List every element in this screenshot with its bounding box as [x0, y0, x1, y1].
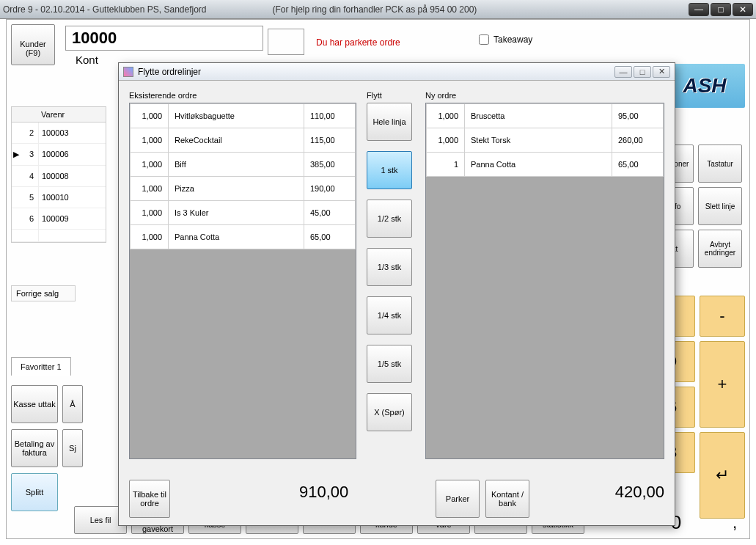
main-window: Ordre 9 - 02.10.2014 - Gutteklubben PS, …: [0, 0, 756, 545]
ny-ordre-label: Ny ordre: [425, 91, 456, 100]
dialog-titlebar[interactable]: Flytte ordrelinjer — □ ✕: [119, 63, 675, 81]
table-row: 1,000Hvitløksbaguette110,00: [131, 104, 356, 128]
kunder-button[interactable]: Kunder (F9): [11, 24, 55, 65]
takeaway-checkbox[interactable]: Takeaway: [479, 34, 532, 45]
apne-button[interactable]: Å: [62, 385, 83, 423]
tilbake-button[interactable]: Tilbake til ordre: [129, 480, 170, 518]
small-box[interactable]: [268, 29, 304, 55]
half-stk-button[interactable]: 1/2 stk: [367, 200, 412, 238]
1-stk-button[interactable]: 1 stk: [367, 151, 412, 189]
table-row: 1Panna Cotta65,00: [427, 153, 664, 177]
col-varenr: Varenr: [38, 107, 106, 122]
table-row: 1,000Pizza190,00: [131, 177, 356, 201]
flytt-label: Flytt: [367, 91, 382, 100]
client-area: Kunder (F9) Kont Du har parkerte ordre T…: [6, 19, 750, 539]
left-buttons-2: Betaling av faktura Sj: [11, 429, 114, 467]
dialog-minimize-button[interactable]: —: [614, 66, 632, 78]
ny-ordre-sum: 420,00: [615, 483, 664, 502]
fifth-stk-button[interactable]: 1/5 stk: [367, 345, 412, 383]
dialog-footer: Tilbake til ordre 910,00 Parker Kontant …: [129, 475, 664, 518]
table-row: 1,000Stekt Torsk260,00: [427, 128, 664, 153]
dialog-title: Flytte ordrelinjer: [138, 67, 201, 77]
flytt-button-column: Hele linja 1 stk 1/2 stk 1/3 stk 1/4 stk…: [367, 103, 414, 431]
tastatur-button[interactable]: Tastatur: [698, 145, 742, 183]
amount-input[interactable]: [65, 26, 263, 51]
table-row: 6100009: [12, 208, 106, 230]
hele-linja-button[interactable]: Hele linja: [367, 103, 412, 141]
eksisterende-ordre-table: 1,000Hvitløksbaguette110,00 1,000RekeCoc…: [130, 103, 356, 249]
dialog-maximize-button[interactable]: □: [634, 66, 651, 78]
table-row: 1,000Is 3 Kuler45,00: [131, 201, 356, 225]
left-buttons-1: Kasse uttak Å: [11, 385, 114, 423]
dialog-icon: [123, 67, 133, 77]
table-row: 2100003: [12, 122, 106, 144]
avbryt-endringer-button[interactable]: Avbryt endringer: [698, 230, 742, 268]
table-row: 1,000Biff385,00: [131, 153, 356, 177]
numpad-minus[interactable]: -: [700, 296, 745, 337]
eksisterende-ordre-panel[interactable]: 1,000Hvitløksbaguette110,00 1,000RekeCoc…: [129, 103, 356, 459]
parker-button[interactable]: Parker: [436, 480, 480, 518]
table-row: 4100008: [12, 166, 106, 187]
kont-label: Kont: [76, 54, 98, 66]
fourth-stk-button[interactable]: 1/4 stk: [367, 296, 412, 334]
table-row: 1,000Panna Cotta65,00: [131, 225, 356, 249]
kasse-uttak-button[interactable]: Kasse uttak: [11, 385, 58, 423]
window-title: Ordre 9 - 02.10.2014 - Gutteklubben PS, …: [3, 4, 207, 15]
minimize-button[interactable]: —: [689, 3, 709, 16]
table-row: 5100010: [12, 187, 106, 208]
eksisterende-label: Eksisterende ordre: [129, 91, 197, 100]
dialog-close-button[interactable]: ✕: [653, 66, 670, 78]
ny-ordre-table: 1,000Bruscetta95,00 1,000Stekt Torsk260,…: [426, 103, 664, 177]
numpad-plus[interactable]: +: [700, 341, 745, 428]
window-controls: — □ ✕: [689, 3, 753, 16]
sjekk-button[interactable]: Sj: [62, 429, 83, 467]
maximize-button[interactable]: □: [711, 3, 731, 16]
table-row: 1,000Bruscetta95,00: [427, 104, 664, 128]
takeaway-check[interactable]: [479, 34, 489, 45]
top-bar: Kunder (F9) Kont Du har parkerte ordre T…: [11, 24, 745, 68]
table-row: 1,000RekeCocktail115,00: [131, 128, 356, 153]
eksisterende-sum: 910,00: [299, 483, 348, 502]
main-titlebar[interactable]: Ordre 9 - 02.10.2014 - Gutteklubben PS, …: [0, 0, 756, 19]
grid-header: Varenr: [12, 107, 106, 122]
dialog-body: Eksisterende ordre Flytt Ny ordre 1,000H…: [119, 81, 675, 525]
help-phone: (For hjelp ring din forhandler PCK as på…: [273, 4, 477, 15]
item-grid[interactable]: Varenr 2100003 3100006 4100008 5100010 6…: [11, 106, 106, 243]
splitt-button[interactable]: Splitt: [11, 473, 58, 511]
slett-linje-button[interactable]: Slett linje: [698, 187, 742, 225]
x-spor-button[interactable]: X (Spør): [367, 393, 412, 431]
dialog-window-controls: — □ ✕: [614, 66, 670, 78]
ash-logo: ASH: [664, 64, 745, 108]
parked-orders-msg: Du har parkerte ordre: [316, 37, 400, 48]
table-row: [12, 230, 106, 242]
close-button[interactable]: ✕: [733, 3, 753, 16]
favoritter-tab[interactable]: Favoritter 1: [11, 357, 71, 376]
ny-ordre-panel[interactable]: 1,000Bruscetta95,00 1,000Stekt Torsk260,…: [425, 103, 664, 459]
table-row: 3100006: [12, 144, 106, 166]
numpad-enter[interactable]: ↵: [700, 432, 745, 519]
numpad-comma[interactable]: ,: [724, 513, 745, 533]
forrige-salg-button[interactable]: Forrige salg: [11, 285, 76, 301]
flytte-ordrelinjer-dialog: Flytte ordrelinjer — □ ✕ Eksisterende or…: [118, 62, 675, 526]
kontant-bank-button[interactable]: Kontant / bank: [485, 480, 529, 518]
takeaway-label: Takeaway: [493, 34, 532, 45]
betaling-faktura-button[interactable]: Betaling av faktura: [11, 429, 58, 467]
third-stk-button[interactable]: 1/3 stk: [367, 248, 412, 286]
